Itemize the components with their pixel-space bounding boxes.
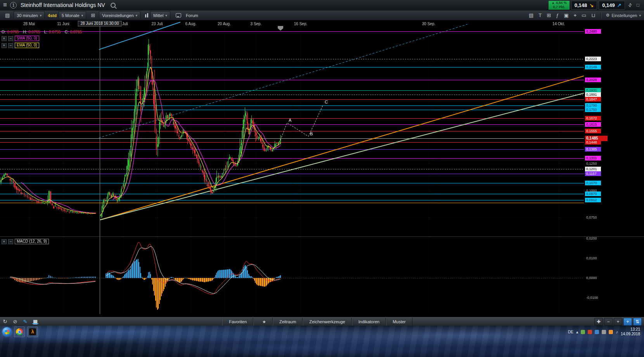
forum-button[interactable]: Forum xyxy=(183,12,201,19)
ask-arrow-icon: ↗ xyxy=(617,2,621,8)
panels-icon[interactable]: ▤ xyxy=(529,12,533,18)
sma-legend[interactable]: SMA (50, 0) xyxy=(15,36,39,41)
zoom-in-button[interactable]: + xyxy=(614,318,622,326)
price-level-label[interactable]: 0,1157 xyxy=(585,171,601,176)
ask-quote[interactable]: 0,149 ↗ xyxy=(599,1,625,10)
price-level-label[interactable]: 0,1672 xyxy=(585,116,601,121)
pan-move-icon[interactable]: ✚ xyxy=(594,318,603,326)
price-level-label[interactable]: 0,2149 xyxy=(585,65,601,69)
start-button[interactable] xyxy=(2,327,12,336)
price-level-label[interactable]: 0,1615 xyxy=(585,122,601,127)
date-tick-label: 16 Sep. xyxy=(294,22,307,26)
clear-drawings-icon[interactable]: ⊘ xyxy=(10,319,20,324)
price-level-label[interactable]: 0,1555 xyxy=(585,129,601,133)
chart-type-dropdown[interactable]: Mittel▾ xyxy=(150,11,170,19)
price-chart-canvas[interactable] xyxy=(0,21,644,317)
paint-roller-icon[interactable]: ▆ xyxy=(30,319,40,324)
indicator-function-icon[interactable]: ƒ xyxy=(556,12,559,18)
minimize-icon[interactable]: – xyxy=(8,36,13,41)
price-level-label[interactable]: 0,1891 xyxy=(585,92,601,97)
high-value: 0.0765 xyxy=(28,30,40,34)
price-level-label[interactable]: 0,2028 xyxy=(585,78,601,82)
tray-icon[interactable] xyxy=(588,330,592,334)
refresh-icon[interactable]: ↻ xyxy=(0,319,10,324)
close-icon[interactable]: × xyxy=(2,43,7,48)
chevron-down-icon: ▾ xyxy=(639,14,641,17)
search-icon[interactable] xyxy=(111,3,116,8)
chevron-down-icon: ▾ xyxy=(136,14,138,17)
layers-icon[interactable]: ▣ xyxy=(564,12,568,18)
tray-icon[interactable] xyxy=(609,330,613,334)
close-icon[interactable]: × xyxy=(2,36,7,41)
high-label: H: xyxy=(23,30,27,34)
chart-region: O:0.0765 H:0.0765 L:0.0755 C:0.0765 × – … xyxy=(0,21,644,317)
panel-list-icon[interactable]: ▤ xyxy=(5,12,10,18)
price-level-label[interactable]: 0,1070 xyxy=(585,181,601,185)
price-level-label[interactable]: 0,1301 xyxy=(585,156,601,160)
crosshair-icon[interactable]: ⌖ xyxy=(574,12,576,19)
drawtools-button[interactable]: Zeichenwerkzeuge xyxy=(303,317,351,326)
patterns-button[interactable]: Muster xyxy=(386,317,412,326)
price-level-label[interactable]: 0,2223 xyxy=(585,57,601,61)
candlestick-icon xyxy=(145,13,148,17)
hamburger-menu-icon[interactable]: ≡ xyxy=(3,1,7,9)
price-level-label[interactable]: 0,2480 xyxy=(585,29,601,34)
tray-icon[interactable] xyxy=(602,330,606,334)
scale-updown-button[interactable]: ⇅ xyxy=(633,318,642,326)
current-price-label: 0,1485 xyxy=(585,136,608,141)
date-tick-label: 14 Okt. xyxy=(552,22,565,26)
title-bar: ≡ 1 Steinhoff International Holdings NV … xyxy=(0,0,644,10)
selected-date-label[interactable]: 28 Juni 2018 16:30:00 xyxy=(78,21,122,26)
ema-legend[interactable]: EMA (50, 0) xyxy=(15,43,39,48)
clock[interactable]: 13:21 14.09.2018 xyxy=(621,327,642,336)
interval-alt-button[interactable]: 4std xyxy=(48,13,57,18)
volume-icon[interactable]: ♪ xyxy=(616,329,618,334)
price-level-label[interactable]: 0,1201 xyxy=(585,167,601,171)
tray-icon[interactable] xyxy=(595,330,599,334)
resize-icon[interactable]: ⇄ xyxy=(625,1,634,10)
game-taskbar-icon[interactable]: λ xyxy=(27,326,38,337)
magnet-icon[interactable]: ⊔ xyxy=(591,12,595,18)
presets-dropdown[interactable]: Voreinstellungen▾ xyxy=(99,11,140,19)
text-tool-icon[interactable]: T xyxy=(538,12,542,18)
bid-arrow-icon: ↘ xyxy=(589,2,594,8)
date-tick-label: 3 Sep. xyxy=(251,22,262,26)
chrome-taskbar-icon[interactable] xyxy=(14,326,25,337)
range-dropdown[interactable]: 5 Monate▾ xyxy=(59,11,86,19)
forum-bubble-icon xyxy=(176,13,181,17)
indicators-button[interactable]: Indikatoren xyxy=(352,317,386,326)
price-level-label[interactable]: 0,1847 xyxy=(585,97,601,102)
minimize-icon[interactable]: – xyxy=(8,239,13,244)
price-level-label[interactable]: 0,1385 xyxy=(585,147,601,152)
chart-toolbar-bottom: ↻ ⊘ ✎ ▆ Favoriten ★ Zeitraum Zeichenwerk… xyxy=(0,317,644,326)
macd-label[interactable]: MACD (12, 26, 9) xyxy=(15,239,49,244)
zoom-out-button[interactable]: − xyxy=(604,318,613,326)
chrome-logo-icon xyxy=(16,328,23,335)
tray-icon[interactable] xyxy=(581,330,585,334)
minimize-icon[interactable]: – xyxy=(8,43,13,48)
game-logo-icon: λ xyxy=(29,328,36,335)
pencil-icon[interactable]: ✎ xyxy=(20,319,30,324)
price-level-label[interactable]: 0,1750 xyxy=(585,107,601,112)
bid-price: 0,148 xyxy=(575,2,587,8)
macd-axis-tick: 0,0200 xyxy=(586,236,597,240)
favorites-button[interactable]: Favoriten xyxy=(222,317,253,326)
date-tick-label: 6 Aug. xyxy=(185,22,196,26)
date: 14.09.2018 xyxy=(621,332,640,336)
add-panel-button[interactable]: + xyxy=(623,318,632,326)
close-label: C: xyxy=(65,30,69,34)
interval-dropdown[interactable]: 30 minuten▾ xyxy=(14,11,45,19)
bid-quote[interactable]: 0,148 ↘ xyxy=(571,1,597,10)
shapes-icon[interactable]: ▭ xyxy=(582,12,586,18)
info-icon[interactable]: 1 xyxy=(10,2,17,9)
show-hidden-icons[interactable]: ▴ xyxy=(576,329,578,335)
popout-window-icon[interactable]: □ xyxy=(635,2,641,8)
grid-icon[interactable]: ⊞ xyxy=(547,12,551,18)
settings-dropdown[interactable]: ⚙ Einstellungen ▾ xyxy=(606,13,641,18)
timerange-button[interactable]: Zeitraum xyxy=(273,317,303,326)
open-value: 0.0765 xyxy=(7,30,19,34)
close-icon[interactable]: × xyxy=(2,239,7,244)
language-indicator[interactable]: DE xyxy=(568,330,573,334)
price-level-label[interactable]: 0,0912 xyxy=(585,198,601,202)
favorite-star-button[interactable]: ★ xyxy=(253,317,273,326)
